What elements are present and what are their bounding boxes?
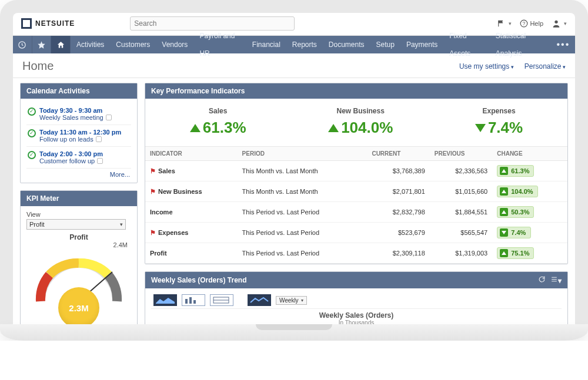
calendar-item-desc: Customer follow up [39,157,103,164]
kpi-current: $2,832,798 [367,202,429,223]
kpi-indicator[interactable]: Profit [145,243,238,264]
kpi-previous: $1,884,551 [430,202,492,223]
nav-history-button[interactable] [13,36,32,53]
trend-menu-button[interactable]: ▾ [550,275,562,285]
help-icon: ? [520,19,528,28]
trend-view-bar[interactable] [182,294,205,306]
arrow-up-icon [500,187,508,196]
nav-item-fixed-assets[interactable]: Fixed Assets [443,27,490,62]
kpi-change: 75.1% [492,243,567,264]
trend-header: Weekly Sales (Orders) Trend ▾ [145,272,567,288]
kpi-th-period: PERIOD [238,147,368,161]
nav-item-payments[interactable]: Payments [400,36,443,53]
menu-icon [550,275,558,283]
nav-item-activities[interactable]: Activities [71,36,110,53]
use-my-settings-menu[interactable]: Use my settings [459,62,514,70]
kpi-indicator[interactable]: ⚑Expenses [145,223,238,243]
arrow-down-icon [500,228,508,237]
note-icon [97,158,103,164]
kpi-meter-view-select[interactable]: Profit [26,219,126,230]
nav-item-vendors[interactable]: Vendors [156,36,193,53]
note-icon [96,136,102,142]
calendar-item[interactable]: Today 9:30 - 9:30 amWeekly Sales meeting [26,103,131,125]
kpi-gauge: Profit 2.4M [26,233,131,324]
nav-item-payroll-and-hr[interactable]: Payroll and HR [193,27,246,62]
trend-interval-select[interactable]: Weekly [276,296,307,305]
calendar-item-desc: Weekly Sales meeting [39,114,112,121]
nav-favorites-button[interactable] [32,36,52,53]
brand-name-bold: SUITE [51,19,75,28]
notifications-menu[interactable] [497,19,512,28]
calendar-item[interactable]: Today 11:30 am - 12:30 pmFollow up on le… [26,125,131,147]
svg-text:?: ? [523,21,526,26]
brand-logo: NETSUITE [21,18,75,29]
svg-rect-6 [189,297,192,304]
kpi-indicator[interactable]: ⚑New Business [145,181,238,202]
trend-view-area[interactable] [153,294,177,306]
page-title: Home [22,59,54,73]
nav-item-statistical-analysis[interactable]: Statistical Analysis [490,27,552,62]
kpi-headline: Sales61.3% [190,107,246,137]
kpi-portlet: Key Performance Indicators Sales61.3%New… [145,83,568,264]
kpi-period: This Month vs. Last Month [238,181,368,202]
nav-overflow-button[interactable]: ••• [552,36,575,53]
flag-icon: ⚑ [150,188,156,195]
trend-view-table[interactable] [210,294,233,306]
kpi-th-change: CHANGE [492,147,567,161]
kpi-portlet-header: Key Performance Indicators [145,83,567,99]
kpi-current: $523,679 [367,223,429,243]
history-icon [18,41,26,49]
calendar-item-time: Today 11:30 am - 12:30 pm [39,129,121,136]
nav-item-reports[interactable]: Reports [286,36,323,53]
kpi-meter-portlet: KPI Meter View Profit Profit 2.4M [20,190,138,324]
arrow-up-icon [500,167,508,175]
arrow-up-icon [190,124,201,132]
trend-title: Weekly Sales (Orders) Trend [151,276,247,284]
calendar-portlet: Calendar Activities Today 9:30 - 9:30 am… [20,83,138,183]
gauge-value: 2.3M [69,303,88,313]
kpi-th-previous: PREVIOUS [430,147,492,161]
gauge-title: Profit [26,233,131,241]
kpi-period: This Period vs. Last Period [238,243,368,264]
trend-toolbar: Weekly [151,291,562,309]
user-menu[interactable] [552,19,567,28]
kpi-current: $3,768,389 [367,161,429,181]
calendar-portlet-title: Calendar Activities [26,87,90,95]
search-input[interactable] [134,19,290,28]
kpi-change: 7.4% [492,223,567,243]
calendar-item-desc: Follow up on leads [39,136,121,143]
dashboard: Calendar Activities Today 9:30 - 9:30 am… [13,78,575,324]
kpi-indicator[interactable]: ⚑Sales [145,161,238,181]
kpi-change: 104.0% [492,181,567,202]
nav-item-setup[interactable]: Setup [370,36,400,53]
personalize-menu[interactable]: Personalize [524,62,566,70]
arrow-up-icon [328,124,339,132]
nav-item-customers[interactable]: Customers [110,36,156,53]
kpi-period: This Period vs. Last Period [238,223,368,243]
kpi-meter-title: KPI Meter [26,194,59,203]
nav-item-documents[interactable]: Documents [323,36,370,53]
nav-home-button[interactable] [51,36,71,53]
check-icon [28,107,36,116]
note-icon [106,115,112,120]
calendar-portlet-header: Calendar Activities [21,83,137,99]
nav-item-financial[interactable]: Financial [246,36,286,53]
trend-portlet: Weekly Sales (Orders) Trend ▾ [145,271,568,324]
kpi-indicator[interactable]: Income [145,202,238,223]
calendar-more-link[interactable]: More... [26,169,131,178]
home-icon [56,41,65,49]
trend-chart-title: Weekly Sales (Orders) [151,311,562,320]
kpi-headline: Expenses7.4% [475,107,523,137]
user-icon [552,19,561,28]
kpi-previous: $1,319,003 [430,243,492,264]
kpi-previous: $2,336,563 [430,161,492,181]
kpi-headline: New Business104.0% [328,107,393,137]
kpi-th-current: CURRENT [367,147,429,161]
brand-name: NETSUITE [35,19,75,28]
kpi-meter-view-value: Profit [29,221,45,228]
trend-view-line[interactable] [248,294,271,306]
kpi-previous: $565,547 [430,223,492,243]
trend-refresh-button[interactable] [538,275,546,285]
calendar-item[interactable]: Today 2:00 - 3:00 pmCustomer follow up [26,147,131,169]
help-menu[interactable]: ? Help [520,19,543,28]
